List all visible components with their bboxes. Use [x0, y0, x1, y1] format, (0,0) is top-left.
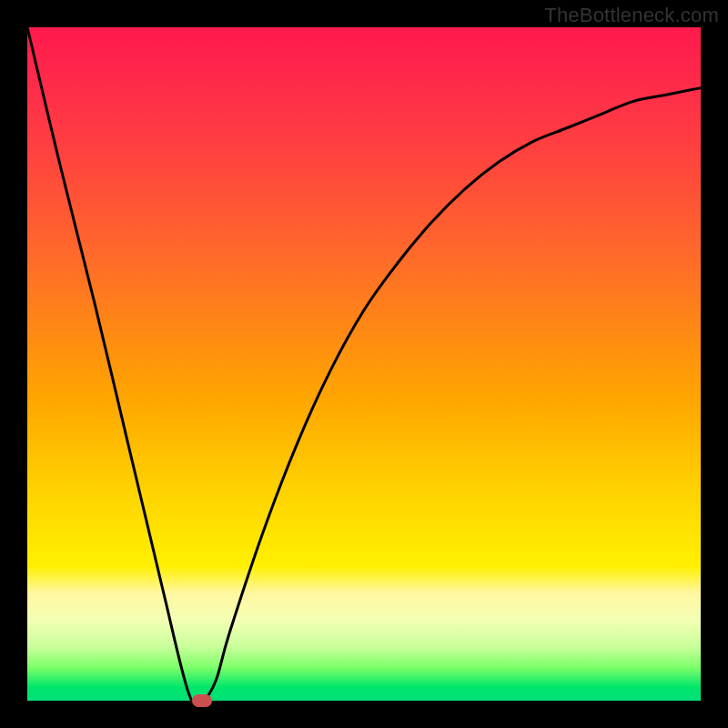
bottleneck-curve: [27, 27, 701, 701]
watermark-text: TheBottleneck.com: [544, 4, 719, 27]
chart-frame: TheBottleneck.com: [0, 0, 728, 728]
chart-plot-area: [27, 27, 701, 701]
optimal-point-marker: [192, 694, 212, 707]
